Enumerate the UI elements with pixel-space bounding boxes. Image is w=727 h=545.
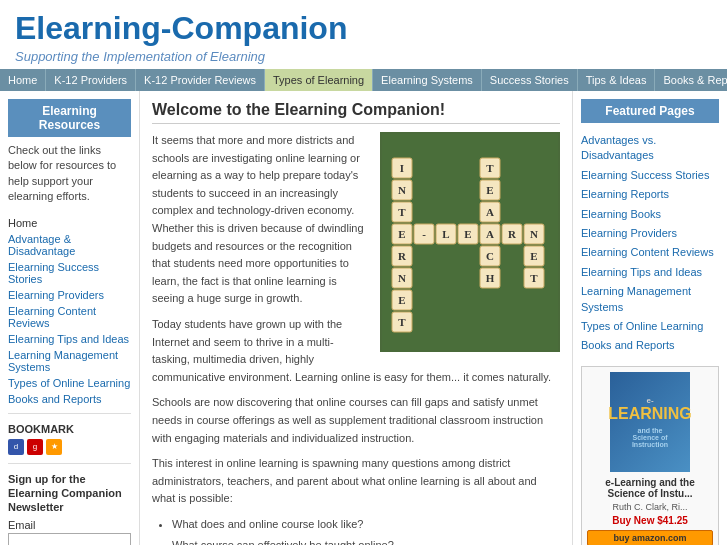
bookmark-section: BOOKMARK d g ★ <box>8 422 131 455</box>
featured-link-books-and-reports[interactable]: Books and Reports <box>581 336 719 355</box>
featured-link-elearning-books[interactable]: Elearning Books <box>581 205 719 224</box>
featured-link-elearning-tips-and-ideas[interactable]: Elearning Tips and Ideas <box>581 263 719 282</box>
site-subtitle: Supporting the Implementation of Elearni… <box>15 49 712 64</box>
right-sidebar: Featured Pages Advantages vs. Disadvanta… <box>572 91 727 545</box>
svg-text:-: - <box>422 228 426 240</box>
svg-text:E: E <box>464 228 471 240</box>
newsletter-section: Sign up for the Elearning Companion News… <box>8 472 131 545</box>
bullet-item: What course can effectively be taught on… <box>172 537 560 545</box>
sidebar-title: Elearning Resources <box>8 99 131 137</box>
bookmark-icons: d g ★ <box>8 439 131 455</box>
sidebar-description: Check out the links below for resources … <box>8 143 131 205</box>
svg-text:C: C <box>486 250 494 262</box>
scrabble-image: E - L E A R N I N <box>380 132 560 352</box>
site-title: Elearning-Companion <box>15 10 712 47</box>
nav-item-elearning-systems[interactable]: Elearning Systems <box>373 69 482 91</box>
content-paragraph: This interest in online learning is spaw… <box>152 455 560 508</box>
svg-text:H: H <box>486 272 495 284</box>
bullets-list: What does and online course look like?Wh… <box>172 516 560 545</box>
sidebar-link-books-and-reports[interactable]: Books and Reports <box>8 391 131 407</box>
sidebar-link-types-of-online-learning[interactable]: Types of Online Learning <box>8 375 131 391</box>
svg-text:E: E <box>398 294 405 306</box>
featured-link-elearning-providers[interactable]: Elearning Providers <box>581 224 719 243</box>
svg-text:T: T <box>530 272 538 284</box>
sidebar-link-elearning-success-stories[interactable]: Elearning Success Stories <box>8 259 131 287</box>
amazon-button[interactable]: buy amazon.com <box>587 530 713 545</box>
sidebar-link-learning-management-systems[interactable]: Learning Management Systems <box>8 347 131 375</box>
left-sidebar: Elearning Resources Check out the links … <box>0 91 140 545</box>
site-header: Elearning-Companion Supporting the Imple… <box>0 0 727 69</box>
nav-item-home[interactable]: Home <box>0 69 46 91</box>
sidebar-links: HomeAdvantage & DisadvantageElearning Su… <box>8 215 131 407</box>
book-cover: e- LEARNING and the Science of Instructi… <box>610 372 690 472</box>
featured-link-learning-management-systems[interactable]: Learning Management Systems <box>581 282 719 317</box>
book-price: Buy New $41.25 <box>587 515 713 526</box>
book-author: Ruth C. Clark, Ri... <box>587 502 713 512</box>
svg-text:T: T <box>398 206 406 218</box>
main-nav: HomeK-12 ProvidersK-12 Provider ReviewsT… <box>0 69 727 91</box>
svg-text:E: E <box>486 184 493 196</box>
featured-link-advantages-vs.-disadvantages[interactable]: Advantages vs. Disadvantages <box>581 131 719 166</box>
nav-item-success-stories[interactable]: Success Stories <box>482 69 578 91</box>
svg-text:E: E <box>530 250 537 262</box>
content-paragraph: Schools are now discovering that online … <box>152 394 560 447</box>
featured-link-types-of-online-learning[interactable]: Types of Online Learning <box>581 317 719 336</box>
svg-text:A: A <box>486 228 494 240</box>
main-layout: Elearning Resources Check out the links … <box>0 91 727 545</box>
nav-item-tips-&-ideas[interactable]: Tips & Ideas <box>578 69 656 91</box>
sidebar-link-elearning-tips-and-ideas[interactable]: Elearning Tips and Ideas <box>8 331 131 347</box>
svg-text:R: R <box>398 250 407 262</box>
svg-text:T: T <box>398 316 406 328</box>
bookmark-icon-1[interactable]: d <box>8 439 24 455</box>
svg-text:R: R <box>508 228 517 240</box>
nav-item-k-12-provider-reviews[interactable]: K-12 Provider Reviews <box>136 69 265 91</box>
email-label: Email <box>8 519 131 531</box>
bookmark-label: BOOKMARK <box>8 423 74 435</box>
featured-link-elearning-reports[interactable]: Elearning Reports <box>581 185 719 204</box>
welcome-title: Welcome to the Elearning Companion! <box>152 101 560 124</box>
sidebar-divider <box>8 413 131 414</box>
sidebar-link-elearning-providers[interactable]: Elearning Providers <box>8 287 131 303</box>
svg-text:N: N <box>530 228 538 240</box>
nav-item-k-12-providers[interactable]: K-12 Providers <box>46 69 136 91</box>
book-title: e-Learning and the Science of Instu... <box>587 477 713 499</box>
svg-text:N: N <box>398 184 406 196</box>
sidebar-link-advantage-&-disadvantage[interactable]: Advantage & Disadvantage <box>8 231 131 259</box>
book-box: e- LEARNING and the Science of Instructi… <box>581 366 719 545</box>
svg-text:A: A <box>486 206 494 218</box>
scrabble-svg: E - L E A R N I N <box>382 134 560 352</box>
nav-item-books-&-reports[interactable]: Books & Reports <box>655 69 727 91</box>
sidebar-divider-2 <box>8 463 131 464</box>
bookmark-icon-3[interactable]: ★ <box>46 439 62 455</box>
svg-text:T: T <box>486 162 494 174</box>
svg-text:L: L <box>442 228 449 240</box>
sidebar-link-elearning-content-reviews[interactable]: Elearning Content Reviews <box>8 303 131 331</box>
book-cover-label: LEARNING <box>608 405 692 423</box>
bookmark-icon-2[interactable]: g <box>27 439 43 455</box>
featured-title: Featured Pages <box>581 99 719 123</box>
svg-text:N: N <box>398 272 406 284</box>
email-input[interactable] <box>8 533 131 545</box>
nav-item-types-of-elearning[interactable]: Types of Elearning <box>265 69 373 91</box>
featured-link-elearning-content-reviews[interactable]: Elearning Content Reviews <box>581 243 719 262</box>
featured-link-elearning-success-stories[interactable]: Elearning Success Stories <box>581 166 719 185</box>
main-content: Welcome to the Elearning Companion! E - … <box>140 91 572 545</box>
svg-text:I: I <box>400 162 404 174</box>
sidebar-link-home[interactable]: Home <box>8 215 131 231</box>
svg-text:E: E <box>398 228 405 240</box>
scrabble-board: E - L E A R N I N <box>380 132 560 352</box>
featured-links: Advantages vs. DisadvantagesElearning Su… <box>581 131 719 356</box>
bullet-item: What does and online course look like? <box>172 516 560 534</box>
newsletter-title: Sign up for the Elearning Companion News… <box>8 472 131 515</box>
